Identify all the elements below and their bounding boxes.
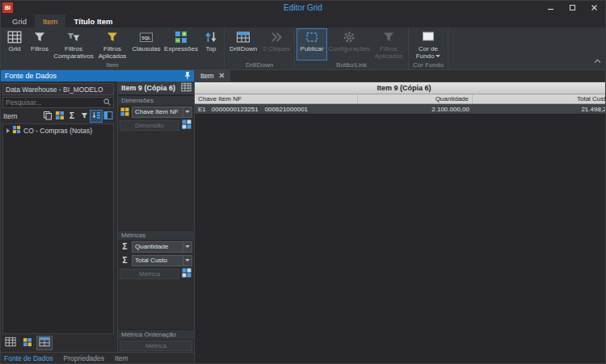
metric-placeholder-row: Métrica — [118, 267, 194, 280]
item-editor-header: Item 9 (Cópia 6) — [118, 82, 194, 95]
expressoes-button[interactable]: Expressões — [162, 28, 200, 61]
ribbon-tab-strip: Grid Item Título Item — [1, 15, 605, 27]
metric-order-section-label: Métrica Ordenação — [118, 329, 194, 339]
pin-icon[interactable] — [183, 71, 191, 82]
configuracoes-button[interactable]: Configurações — [327, 28, 371, 61]
dimension-placeholder[interactable]: Dimensão — [120, 120, 179, 131]
layout-panel-icon — [103, 109, 113, 123]
dimension-cube-icon — [55, 109, 65, 123]
combo-arrow[interactable] — [183, 256, 191, 266]
filtros-comparativos-button[interactable]: Filtros Comparativos — [53, 28, 95, 61]
chevron-down-icon — [185, 259, 190, 261]
drilldown-button[interactable]: DrillDown — [226, 28, 260, 61]
metric-grid-button[interactable] — [181, 268, 192, 279]
maximize-icon — [569, 4, 576, 11]
duplicate-button[interactable] — [42, 111, 53, 122]
grid-column-headers: Chave Item NF Quantidade Total Custo — [195, 94, 605, 104]
column-header-chave-item-nf[interactable]: Chave Item NF — [195, 94, 358, 103]
metric-order-placeholder[interactable]: Métrica — [120, 341, 192, 351]
filtros-aplicados-button[interactable]: Filtros Aplicados — [95, 28, 130, 61]
dimension-combo[interactable]: Chave Item NF — [132, 107, 192, 118]
filter-small-button[interactable] — [78, 111, 90, 122]
layout-panel-button[interactable] — [103, 111, 114, 122]
window-controls — [540, 1, 605, 15]
panel-header: Fonte de Dados — [1, 70, 194, 82]
editor-grid-window: BI Editor Grid Grid Item Título Item — [0, 0, 606, 364]
dimension-placeholder-row: Dimensão — [118, 119, 194, 132]
filtros-button[interactable]: Filtros — [27, 28, 53, 61]
grid-small-button[interactable] — [179, 82, 192, 94]
dimensions-section-label: Dimensões — [118, 95, 194, 105]
ribbon-group-label: Item — [2, 61, 222, 69]
dimension-icon — [23, 336, 32, 350]
cell-chave-item-nf: E1 0000000123251 000621000001 — [195, 104, 358, 114]
combo-arrow[interactable] — [183, 242, 191, 252]
maximize-button[interactable] — [562, 1, 583, 15]
sigma-icon: Σ — [120, 243, 130, 251]
column-header-total-custo[interactable]: Total Custo — [473, 94, 605, 103]
table-view-button[interactable] — [3, 337, 18, 349]
view-switch-toolbar — [2, 336, 114, 350]
publicar-button[interactable]: Publicar — [297, 28, 327, 61]
metric-field-row: Σ Total Custo — [118, 253, 194, 267]
document-tab-item[interactable]: Item — [195, 70, 230, 82]
drilldown-icon — [236, 30, 250, 44]
chevron-down-icon — [185, 245, 190, 248]
sigma-button[interactable]: Σ — [66, 111, 78, 122]
combo-arrow[interactable] — [183, 107, 191, 117]
expand-arrow-icon — [6, 128, 10, 133]
tab-item[interactable]: Item — [115, 354, 128, 362]
dimension-cube-button[interactable] — [54, 111, 65, 122]
dois-cliques-button[interactable]: 2 Cliques — [260, 28, 292, 61]
ribbon-tab-item[interactable]: Item — [35, 15, 65, 27]
grid-small-icon — [181, 81, 191, 95]
top-button[interactable]: Top — [200, 28, 222, 61]
search-input[interactable] — [3, 98, 103, 107]
metric-combo-total-custo[interactable]: Total Custo — [132, 255, 192, 266]
dimension-grid-button[interactable] — [181, 119, 192, 131]
ribbon-group-cor-fundo: Cor de Fundo Cor Fundo — [409, 27, 448, 69]
table-row[interactable]: E1 0000000123251 000621000001 2.100.000,… — [195, 104, 605, 115]
ribbon-collapse-button[interactable] — [594, 52, 601, 67]
tab-fonte-de-dados[interactable]: Fonte de Dados — [4, 354, 53, 362]
item-editor-title: Item 9 (Cópia 6) — [121, 84, 178, 92]
column-header-quantidade[interactable]: Quantidade — [358, 94, 473, 103]
grid-button[interactable]: Grid — [2, 28, 27, 61]
cor-de-fundo-button[interactable]: Cor de Fundo — [410, 28, 446, 61]
sigma-icon: Σ — [120, 257, 130, 265]
ribbon-group-label: Cor Fundo — [410, 61, 446, 69]
close-button[interactable] — [583, 1, 605, 15]
metric-view-button[interactable] — [37, 337, 52, 349]
sql-icon: SQL — [139, 30, 154, 44]
ribbon-tab-titulo-item[interactable]: Título Item — [65, 15, 120, 27]
ribbon: Grid Filtros Filtros Comparativos Filtro… — [1, 27, 605, 70]
blue-grid-icon — [182, 118, 191, 132]
ribbon-group-label: Botão/Link — [297, 61, 406, 69]
sort-button[interactable] — [90, 111, 102, 122]
metric-combo-quantidade[interactable]: Quantidade — [132, 241, 192, 253]
tab-close-icon[interactable] — [219, 72, 225, 80]
workspace: Fonte de Dados Data Warehouse - BI_MODEL… — [1, 70, 605, 363]
ribbon-tab-grid[interactable]: Grid — [4, 15, 35, 27]
metric-field-row: Σ Quantidade — [118, 240, 194, 253]
tab-propriedades[interactable]: Propriedades — [63, 354, 104, 362]
minimize-button[interactable] — [540, 1, 562, 15]
tree-item-co-compras[interactable]: CO - Compras (Notas) — [3, 124, 113, 136]
datasource-combo[interactable]: Data Warehouse - BI_MODELO — [2, 83, 114, 95]
filtros-aplicados-link-button[interactable]: Filtros Aplicados — [371, 28, 406, 61]
ribbon-group-drilldown: DrillDown 2 Cliques DrillDown — [225, 27, 295, 69]
document-tab-strip: Item — [195, 70, 605, 82]
app-icon: BI — [2, 2, 13, 13]
cell-total-custo: 21.498,26 — [473, 104, 605, 114]
search-box — [2, 97, 114, 108]
metric-placeholder[interactable]: Métrica — [120, 269, 179, 279]
svg-text:SQL: SQL — [141, 36, 151, 40]
clausulas-button[interactable]: SQL Cláusulas — [130, 28, 162, 61]
dimension-field-row: Chave Item NF — [118, 105, 194, 119]
preview-grid: Item 9 (Cópia 6) Chave Item NF Quantidad… — [195, 82, 605, 115]
dimension-view-button[interactable] — [20, 337, 35, 349]
panel-title: Fonte de Dados — [5, 72, 183, 80]
filter-applied-icon — [105, 30, 120, 44]
metrics-empty-area — [118, 280, 194, 329]
duplicate-icon — [43, 109, 53, 123]
